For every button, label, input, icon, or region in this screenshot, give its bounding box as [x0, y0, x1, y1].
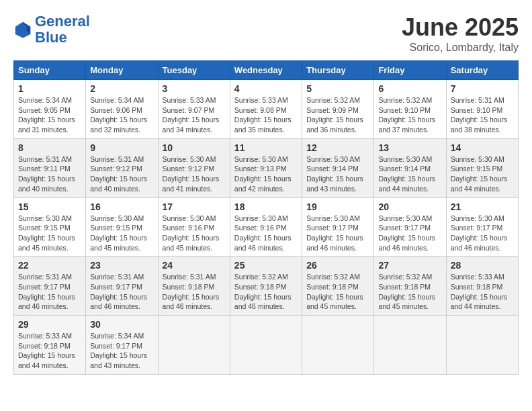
day-20: 20 Sunrise: 5:30 AMSunset: 9:17 PMDaylig… [374, 197, 446, 257]
day-5: 5 Sunrise: 5:32 AMSunset: 9:09 PMDayligh… [302, 80, 374, 139]
logo-general: General [35, 13, 90, 30]
day-16: 16 Sunrise: 5:30 AMSunset: 9:15 PMDaylig… [86, 197, 158, 257]
calendar-week-1: 1 Sunrise: 5:34 AMSunset: 9:05 PMDayligh… [14, 80, 519, 139]
empty-w5-tue [158, 316, 230, 375]
empty-w5-fri [374, 316, 446, 375]
day-7: 7 Sunrise: 5:31 AMSunset: 9:10 PMDayligh… [446, 80, 518, 139]
col-thursday: Thursday [302, 61, 374, 80]
day-21: 21 Sunrise: 5:30 AMSunset: 9:17 PMDaylig… [446, 197, 518, 257]
day-13: 13 Sunrise: 5:30 AMSunset: 9:14 PMDaylig… [374, 138, 446, 197]
empty-w5-wed [230, 316, 302, 375]
day-18: 18 Sunrise: 5:30 AMSunset: 9:16 PMDaylig… [230, 197, 302, 257]
day-15: 15 Sunrise: 5:30 AMSunset: 9:15 PMDaylig… [14, 197, 86, 257]
day-14: 14 Sunrise: 5:30 AMSunset: 9:15 PMDaylig… [446, 138, 518, 197]
day-6: 6 Sunrise: 5:32 AMSunset: 9:10 PMDayligh… [374, 80, 446, 139]
day-2: 2 Sunrise: 5:34 AMSunset: 9:06 PMDayligh… [86, 80, 158, 139]
day-26: 26 Sunrise: 5:32 AMSunset: 9:18 PMDaylig… [302, 257, 374, 316]
day-8: 8 Sunrise: 5:31 AMSunset: 9:11 PMDayligh… [14, 138, 86, 197]
page-header: General Blue June 2025 Sorico, Lombardy,… [13, 13, 519, 54]
day-30: 30 Sunrise: 5:34 AMSunset: 9:17 PMDaylig… [86, 316, 158, 375]
col-sunday: Sunday [14, 61, 86, 80]
day-1: 1 Sunrise: 5:34 AMSunset: 9:05 PMDayligh… [14, 80, 86, 139]
day-3: 3 Sunrise: 5:33 AMSunset: 9:07 PMDayligh… [158, 80, 230, 139]
col-saturday: Saturday [446, 61, 518, 80]
day-9: 9 Sunrise: 5:31 AMSunset: 9:12 PMDayligh… [86, 138, 158, 197]
logo-icon [13, 20, 32, 39]
title-section: June 2025 Sorico, Lombardy, Italy [402, 13, 519, 54]
calendar-table: Sunday Monday Tuesday Wednesday Thursday… [13, 60, 519, 375]
day-22: 22 Sunrise: 5:31 AMSunset: 9:17 PMDaylig… [14, 257, 86, 316]
month-year-title: June 2025 [402, 13, 519, 42]
day-4: 4 Sunrise: 5:33 AMSunset: 9:08 PMDayligh… [230, 80, 302, 139]
day-12: 12 Sunrise: 5:30 AMSunset: 9:14 PMDaylig… [302, 138, 374, 197]
col-wednesday: Wednesday [230, 61, 302, 80]
day-11: 11 Sunrise: 5:30 AMSunset: 9:13 PMDaylig… [230, 138, 302, 197]
day-17: 17 Sunrise: 5:30 AMSunset: 9:16 PMDaylig… [158, 197, 230, 257]
day-23: 23 Sunrise: 5:31 AMSunset: 9:17 PMDaylig… [86, 257, 158, 316]
day-10: 10 Sunrise: 5:30 AMSunset: 9:12 PMDaylig… [158, 138, 230, 197]
calendar-week-2: 8 Sunrise: 5:31 AMSunset: 9:11 PMDayligh… [14, 138, 519, 197]
calendar-week-5: 29 Sunrise: 5:33 AMSunset: 9:18 PMDaylig… [14, 316, 519, 375]
calendar-week-3: 15 Sunrise: 5:30 AMSunset: 9:15 PMDaylig… [14, 197, 519, 257]
logo: General Blue [13, 13, 90, 46]
day-25: 25 Sunrise: 5:32 AMSunset: 9:18 PMDaylig… [230, 257, 302, 316]
logo-blue: Blue [35, 30, 90, 46]
calendar-week-4: 22 Sunrise: 5:31 AMSunset: 9:17 PMDaylig… [14, 257, 519, 316]
col-tuesday: Tuesday [158, 61, 230, 80]
day-28: 28 Sunrise: 5:33 AMSunset: 9:18 PMDaylig… [446, 257, 518, 316]
location-subtitle: Sorico, Lombardy, Italy [402, 42, 519, 54]
empty-w5-sat [446, 316, 518, 375]
day-19: 19 Sunrise: 5:30 AMSunset: 9:17 PMDaylig… [302, 197, 374, 257]
calendar-header-row: Sunday Monday Tuesday Wednesday Thursday… [14, 61, 519, 80]
col-friday: Friday [374, 61, 446, 80]
day-29: 29 Sunrise: 5:33 AMSunset: 9:18 PMDaylig… [14, 316, 86, 375]
col-monday: Monday [86, 61, 158, 80]
day-24: 24 Sunrise: 5:31 AMSunset: 9:18 PMDaylig… [158, 257, 230, 316]
empty-w5-thu [302, 316, 374, 375]
day-27: 27 Sunrise: 5:32 AMSunset: 9:18 PMDaylig… [374, 257, 446, 316]
